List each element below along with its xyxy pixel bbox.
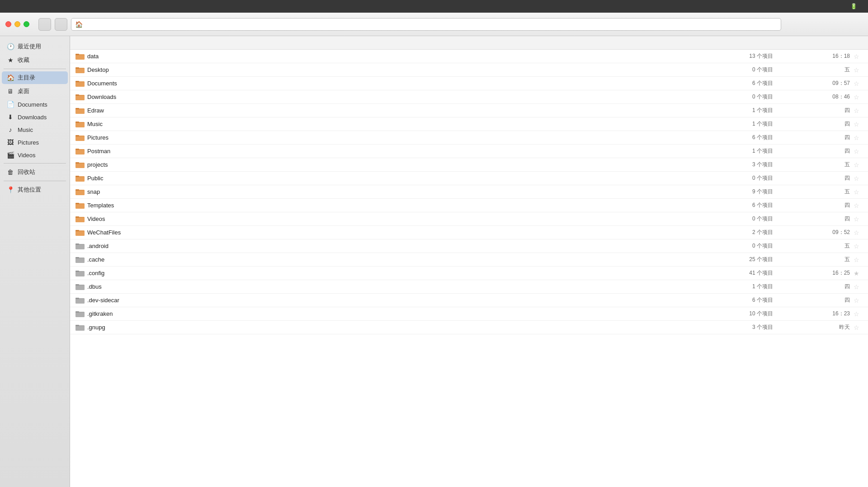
file-date-cell: 16：25 [791, 269, 850, 277]
file-star-button[interactable]: ☆ [850, 215, 863, 223]
file-name-cell: snap [75, 188, 737, 196]
file-star-button[interactable]: ☆ [850, 53, 863, 60]
file-star-button[interactable]: ☆ [850, 66, 863, 74]
table-row[interactable]: Postman 1 个项目 四 ☆ [70, 145, 868, 158]
file-name-cell: data [75, 53, 737, 60]
table-row[interactable]: Desktop 0 个项目 五 ☆ [70, 63, 868, 77]
file-name-cell: projects [75, 161, 737, 169]
table-row[interactable]: .dev-sidecar 6 个项目 四 ☆ [70, 294, 868, 307]
bookmarks-icon: ★ [6, 56, 14, 64]
more-button[interactable] [788, 18, 801, 31]
folder-icon [75, 175, 85, 182]
desktop-icon: 🖥 [6, 88, 14, 95]
table-row[interactable]: .cache 25 个项目 五 ☆ [70, 253, 868, 267]
file-star-button[interactable]: ☆ [850, 175, 863, 182]
file-size-cell: 6 个项目 [737, 201, 791, 209]
table-row[interactable]: WeChatFiles 2 个项目 09：52 ☆ [70, 226, 868, 239]
file-star-button[interactable]: ☆ [850, 121, 863, 128]
forward-button[interactable] [55, 18, 67, 31]
table-row[interactable]: Videos 0 个项目 四 ☆ [70, 212, 868, 226]
file-star-button[interactable]: ☆ [850, 134, 863, 141]
svg-rect-38 [75, 217, 85, 218]
folder-icon [75, 53, 85, 60]
file-size-cell: 6 个项目 [737, 296, 791, 304]
file-star-button[interactable]: ☆ [850, 310, 863, 318]
sidebar-item-downloads[interactable]: ⬇ Downloads [2, 111, 68, 123]
file-star-button[interactable]: ☆ [850, 80, 863, 87]
file-size-cell: 0 个项目 [737, 174, 791, 182]
file-star-button[interactable]: ☆ [850, 161, 863, 169]
file-star-button[interactable]: ☆ [850, 94, 863, 101]
close-panel-button[interactable] [850, 18, 863, 31]
folder-icon [75, 283, 85, 290]
file-size-cell: 2 个项目 [737, 229, 791, 236]
table-row[interactable]: Edraw 1 个项目 四 ☆ [70, 104, 868, 117]
toolbar: 🏠 [0, 13, 868, 36]
table-row[interactable]: data 13 个项目 16：18 ☆ [70, 50, 868, 63]
file-star-button[interactable]: ☆ [850, 324, 863, 331]
file-star-button[interactable]: ☆ [850, 297, 863, 304]
svg-rect-14 [75, 109, 85, 109]
file-star-button[interactable]: ★ [850, 270, 863, 277]
table-row[interactable]: .dbus 1 个项目 四 ☆ [70, 280, 868, 294]
table-row[interactable]: Pictures 6 个项目 四 ☆ [70, 131, 868, 145]
table-row[interactable]: Templates 6 个项目 四 ☆ [70, 199, 868, 212]
sidebar-item-other[interactable]: 📍 其他位置 [2, 183, 68, 196]
table-row[interactable]: Documents 6 个项目 09：57 ☆ [70, 77, 868, 90]
file-date-cell: 五 [791, 256, 850, 263]
svg-rect-29 [75, 177, 85, 177]
table-row[interactable]: .config 41 个项目 16：25 ★ [70, 267, 868, 280]
file-name-cell: WeChatFiles [75, 229, 737, 236]
file-star-button[interactable]: ☆ [850, 256, 863, 263]
table-row[interactable]: Public 0 个项目 四 ☆ [70, 172, 868, 185]
sidebar-item-home[interactable]: 🏠 主目录 [2, 71, 68, 84]
back-button[interactable] [38, 18, 51, 31]
svg-rect-32 [75, 190, 85, 191]
table-row[interactable]: .gitkraken 10 个项目 16：23 ☆ [70, 307, 868, 321]
sidebar-item-desktop[interactable]: 🖥 桌面 [2, 85, 68, 98]
table-row[interactable]: Downloads 0 个项目 08：46 ☆ [70, 90, 868, 104]
file-star-button[interactable]: ☆ [850, 148, 863, 155]
app-window: 🏠 🕐 最近使用 ★ 收藏 🏠 主目录 [0, 13, 868, 487]
file-date-cell: 09：52 [791, 229, 850, 236]
table-row[interactable]: snap 9 个项目 五 ☆ [70, 185, 868, 199]
folder-icon [75, 256, 85, 263]
toolbar-actions [788, 18, 863, 31]
sidebar-item-videos[interactable]: 🎬 Videos [2, 149, 68, 161]
maximize-button[interactable] [24, 21, 29, 27]
file-date-cell: 五 [791, 161, 850, 169]
file-date-cell: 16：18 [791, 52, 850, 60]
address-bar[interactable]: 🏠 [71, 18, 781, 31]
file-star-button[interactable]: ☆ [850, 202, 863, 209]
sidebar-item-trash[interactable]: 🗑 回收站 [2, 166, 68, 178]
table-row[interactable]: .gnupg 3 个项目 昨天 ☆ [70, 321, 868, 334]
file-star-button[interactable]: ☆ [850, 283, 863, 290]
sidebar-item-documents[interactable]: 📄 Documents [2, 98, 68, 110]
search-button[interactable] [804, 18, 816, 31]
sidebar-item-pictures[interactable]: 🖼 Pictures [2, 136, 68, 148]
file-label: Edraw [87, 107, 104, 114]
content-area: 🕐 最近使用 ★ 收藏 🏠 主目录 🖥 桌面 📄 Documents ⬇ [0, 36, 868, 487]
file-date-cell: 四 [791, 215, 850, 223]
file-label: .cache [87, 256, 104, 263]
view-button[interactable] [819, 18, 832, 31]
file-star-button[interactable]: ☆ [850, 188, 863, 196]
file-star-button[interactable]: ☆ [850, 243, 863, 250]
file-star-button[interactable]: ☆ [850, 229, 863, 236]
table-row[interactable]: projects 3 个项目 五 ☆ [70, 158, 868, 172]
file-label: .config [87, 270, 104, 276]
close-button[interactable] [5, 21, 11, 27]
file-label: .gitkraken [87, 310, 113, 317]
sidebar-item-music[interactable]: ♪ Music [2, 124, 68, 136]
table-row[interactable]: Music 1 个项目 四 ☆ [70, 117, 868, 131]
folder-icon [75, 94, 85, 101]
file-list-area: data 13 个项目 16：18 ☆ Desktop 0 个项目 五 ☆ Do… [70, 36, 868, 487]
file-star-button[interactable]: ☆ [850, 107, 863, 114]
view-dropdown-button[interactable] [835, 18, 847, 31]
file-date-cell: 五 [791, 188, 850, 196]
sidebar-item-bookmarks[interactable]: ★ 收藏 [2, 54, 68, 66]
minimize-button[interactable] [14, 21, 20, 27]
table-row[interactable]: .android 0 个项目 五 ☆ [70, 239, 868, 253]
file-label: Documents [87, 80, 117, 87]
sidebar-item-recent[interactable]: 🕐 最近使用 [2, 40, 68, 53]
